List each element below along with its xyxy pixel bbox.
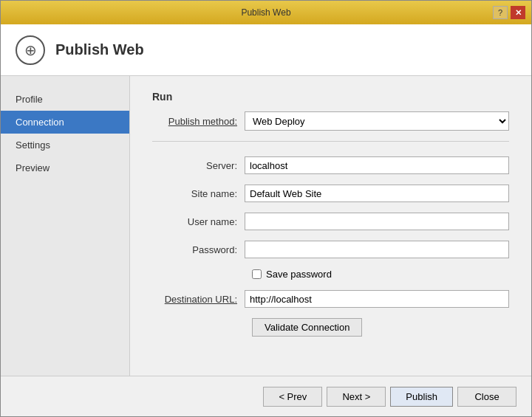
user-name-label: User name: bbox=[152, 216, 245, 227]
password-label: Password: bbox=[152, 244, 245, 255]
validate-connection-button[interactable]: Validate Connection bbox=[252, 318, 362, 337]
site-name-input[interactable] bbox=[245, 185, 509, 202]
save-password-checkbox[interactable] bbox=[252, 269, 262, 279]
title-bar: Publish Web ? ✕ bbox=[1, 1, 531, 24]
password-row: Password: bbox=[152, 241, 509, 258]
password-input[interactable] bbox=[245, 241, 509, 258]
site-name-row: Site name: bbox=[152, 185, 509, 202]
publish-web-dialog: Publish Web ? ✕ ⊕ Publish Web Profile Co… bbox=[0, 0, 532, 417]
sidebar-item-preview[interactable]: Preview bbox=[1, 156, 129, 179]
header-title: Publish Web bbox=[55, 41, 144, 58]
dialog-title: Publish Web bbox=[39, 7, 493, 18]
section-divider bbox=[152, 141, 509, 142]
sidebar-item-settings[interactable]: Settings bbox=[1, 134, 129, 156]
destination-url-label: Destination URL: bbox=[152, 294, 245, 305]
main-content: Run Publish method: Web Deploy Web Deplo… bbox=[130, 76, 531, 376]
sidebar: Profile Connection Settings Preview bbox=[1, 76, 130, 376]
dialog-footer: < Prev Next > Publish Close bbox=[1, 376, 531, 416]
publish-button[interactable]: Publish bbox=[390, 387, 453, 407]
publish-method-label: Publish method: bbox=[152, 116, 245, 127]
close-title-button[interactable]: ✕ bbox=[511, 6, 525, 19]
destination-url-input[interactable] bbox=[245, 290, 509, 308]
title-bar-controls: ? ✕ bbox=[493, 6, 525, 19]
publish-method-select[interactable]: Web Deploy Web Deploy Package FTP File S… bbox=[245, 111, 509, 131]
dialog-header: ⊕ Publish Web bbox=[1, 24, 531, 76]
validate-connection-container: Validate Connection bbox=[152, 318, 509, 337]
server-row: Server: bbox=[152, 156, 509, 174]
sidebar-item-connection[interactable]: Connection bbox=[1, 111, 129, 134]
help-button[interactable]: ? bbox=[493, 6, 508, 19]
close-button[interactable]: Close bbox=[457, 387, 516, 407]
publish-method-row: Publish method: Web Deploy Web Deploy Pa… bbox=[152, 111, 509, 131]
globe-icon: ⊕ bbox=[24, 41, 37, 59]
dialog-body: Profile Connection Settings Preview Run … bbox=[1, 76, 531, 376]
server-label: Server: bbox=[152, 160, 245, 171]
destination-url-row: Destination URL: bbox=[152, 290, 509, 308]
site-name-label: Site name: bbox=[152, 188, 245, 199]
header-icon: ⊕ bbox=[16, 35, 45, 65]
sidebar-item-profile[interactable]: Profile bbox=[1, 88, 129, 111]
section-title: Run bbox=[152, 91, 509, 103]
user-name-row: User name: bbox=[152, 213, 509, 230]
next-button[interactable]: Next > bbox=[327, 387, 386, 407]
save-password-label[interactable]: Save password bbox=[266, 269, 332, 280]
user-name-input[interactable] bbox=[245, 213, 509, 230]
server-input[interactable] bbox=[245, 156, 509, 174]
save-password-row: Save password bbox=[252, 269, 509, 280]
prev-button[interactable]: < Prev bbox=[263, 387, 322, 407]
